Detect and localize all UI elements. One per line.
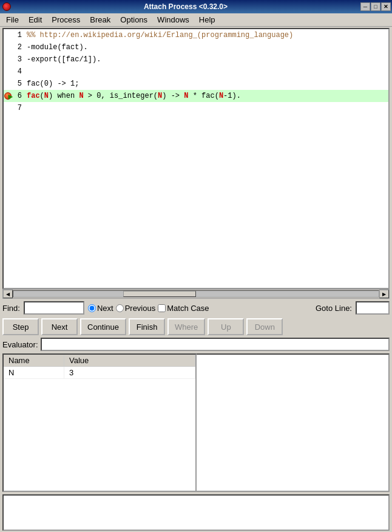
variable-value-n: 3 — [64, 367, 195, 378]
goto-label: Goto Line: — [316, 304, 352, 313]
name-column-header: Name — [4, 355, 64, 366]
minimize-button[interactable]: ─ — [360, 2, 370, 11]
menu-windows[interactable]: Windows — [152, 14, 194, 26]
code-line-1: 1 %% http://en.wikipedia.org/wiki/Erlang… — [4, 29, 388, 41]
variables-header: Name Value — [4, 355, 195, 367]
code-line-7: 7 — [4, 102, 388, 114]
scroll-left-button[interactable]: ◀ — [3, 290, 13, 298]
value-column-header: Value — [64, 355, 195, 366]
maximize-button[interactable]: □ — [371, 2, 380, 11]
menu-break[interactable]: Break — [85, 14, 115, 26]
code-line-5: 5 fac(0) -> 1; — [4, 78, 388, 90]
trace-panel — [197, 353, 390, 492]
line-3-content[interactable]: -export([fac/1]). — [24, 55, 388, 64]
close-button[interactable]: ✕ — [381, 2, 391, 11]
scroll-track[interactable] — [13, 290, 379, 298]
variable-name-n: N — [4, 367, 64, 378]
next-button[interactable]: Next — [41, 318, 78, 335]
continue-button[interactable]: Continue — [80, 318, 126, 335]
step-button[interactable]: Step — [2, 318, 39, 335]
down-button[interactable]: Down — [246, 318, 283, 335]
scroll-right-button[interactable]: ▶ — [379, 290, 389, 298]
line-5-content[interactable]: fac(0) -> 1; — [24, 80, 388, 88]
code-content: 1 %% http://en.wikipedia.org/wiki/Erlang… — [4, 29, 388, 288]
app-icon — [2, 2, 11, 11]
menu-edit[interactable]: Edit — [24, 14, 47, 26]
code-line-2: 2 -module(fact). — [4, 41, 388, 53]
menu-process[interactable]: Process — [47, 14, 85, 26]
window-controls: ─ □ ✕ — [360, 2, 391, 11]
match-case-label[interactable]: Match Case — [158, 304, 209, 313]
scroll-thumb[interactable] — [123, 291, 196, 297]
line-7-number: 7 — [12, 104, 24, 112]
menu-file[interactable]: File — [1, 14, 24, 26]
line-1-number: 1 — [12, 31, 24, 39]
button-bar: Step Next Continue Finish Where Up Down — [0, 317, 392, 336]
line-5-number: 5 — [12, 80, 24, 88]
code-line-6: ▶ 6 fac(N) when N > 0, is_integer(N) -> … — [4, 90, 388, 102]
variables-content: N 3 — [4, 367, 195, 491]
finish-button[interactable]: Finish — [129, 318, 165, 335]
line-1-content[interactable]: %% http://en.wikipedia.org/wiki/Erlang_(… — [24, 31, 388, 39]
line-6-marker: ▶ — [4, 92, 12, 100]
next-radio-label[interactable]: Next — [88, 304, 113, 313]
window-title: Attach Process <0.32.0> — [11, 2, 360, 11]
find-label: Find: — [2, 304, 20, 313]
next-radio[interactable] — [88, 304, 96, 312]
horizontal-scrollbar[interactable]: ◀ ▶ — [2, 289, 390, 299]
evaluator-input[interactable] — [41, 338, 390, 351]
arrow-icon: ▶ — [8, 92, 13, 101]
previous-radio[interactable] — [116, 304, 124, 312]
code-line-3: 3 -export([fac/1]). — [4, 53, 388, 66]
code-editor: 1 %% http://en.wikipedia.org/wiki/Erlang… — [2, 28, 390, 289]
find-input[interactable] — [24, 301, 84, 315]
erlang-logo — [2, 2, 11, 11]
output-panel — [2, 494, 390, 531]
previous-radio-label[interactable]: Previous — [116, 304, 156, 313]
evaluator-row: Evaluator: — [0, 336, 392, 352]
search-options: Next Previous Match Case — [88, 304, 209, 313]
line-6-content[interactable]: fac(N) when N > 0, is_integer(N) -> N * … — [24, 92, 388, 100]
menu-bar: File Edit Process Break Options Windows … — [0, 13, 392, 27]
variables-panel: Name Value N 3 — [2, 353, 197, 492]
line-2-number: 2 — [12, 43, 24, 52]
line-2-content[interactable]: -module(fact). — [24, 43, 388, 52]
find-bar: Find: Next Previous Match Case Goto Line… — [0, 299, 392, 317]
bottom-panels: Name Value N 3 — [2, 353, 390, 492]
code-lines: 1 %% http://en.wikipedia.org/wiki/Erlang… — [4, 29, 388, 288]
line-6-number: 6 — [12, 92, 24, 100]
menu-options[interactable]: Options — [115, 14, 152, 26]
line-3-number: 3 — [12, 55, 24, 64]
code-line-4: 4 — [4, 66, 388, 78]
menu-help[interactable]: Help — [194, 14, 220, 26]
goto-input[interactable] — [356, 301, 390, 315]
breakpoint-icon: ▶ — [4, 92, 12, 100]
evaluator-label: Evaluator: — [2, 340, 38, 349]
main-container: 1 %% http://en.wikipedia.org/wiki/Erlang… — [0, 27, 392, 532]
where-button[interactable]: Where — [167, 318, 205, 335]
title-bar: Attach Process <0.32.0> ─ □ ✕ — [0, 0, 392, 13]
line-4-number: 4 — [12, 67, 24, 76]
match-case-checkbox[interactable] — [158, 304, 166, 312]
up-button[interactable]: Up — [208, 318, 244, 335]
variable-row-n: N 3 — [4, 367, 195, 379]
